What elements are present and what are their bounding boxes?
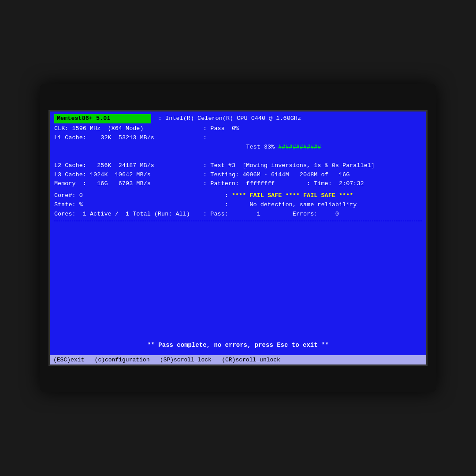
clk-left: CLK: 1596 MHz (X64 Mode) [54, 124, 200, 134]
clk-right: Pass 0% [210, 124, 239, 134]
bottom-bar: (ESC)exit (c)configuration (SP)scroll_lo… [50, 355, 426, 364]
state-row: State: % : No detection, same reliabilit… [54, 201, 422, 210]
fail-safe-text: **** FAIL SAFE **** FAIL SAFE **** [232, 191, 353, 201]
cores-right: Pass: 1 Errors: 0 [210, 210, 339, 219]
l3-left: L3 Cache: 1024K 10642 MB/s [54, 171, 200, 180]
l3-row: L3 Cache: 1024K 10642 MB/s : Testing: 40… [54, 171, 422, 180]
l1-row: L1 Cache: 32K 53213 MB/s : Test 33% ####… [54, 134, 422, 161]
terminal: Memtest86+ 5.01 : Intel(R) Celeron(R) CP… [50, 112, 426, 364]
clk-row: CLK: 1596 MHz (X64 Mode) : Pass 0% [54, 124, 422, 134]
memory-row: Memory : 16G 6793 MB/s : Pattern: ffffff… [54, 179, 422, 189]
core-left: Core#: 0 [54, 191, 200, 201]
state-right: No detection, same reliability [232, 201, 357, 210]
core-row: Core#: 0 : **** FAIL SAFE **** FAIL SAFE… [54, 191, 422, 201]
progress-bar: ############ [278, 144, 321, 150]
screen: Memtest86+ 5.01 : Intel(R) Celeron(R) CP… [48, 110, 428, 366]
app-title: Memtest86+ 5.01 [54, 114, 151, 123]
l2-row: L2 Cache: 256K 24187 MB/s : Test #3 [Mov… [54, 161, 422, 171]
cores-row: Cores: 1 Active / 1 Total (Run: All) : P… [54, 210, 422, 219]
divider-line [54, 221, 422, 221]
l2-right: Test #3 [Moving inversions, 1s & 0s Para… [210, 161, 375, 171]
title-sep: : [158, 115, 165, 122]
monitor: Memtest86+ 5.01 : Intel(R) Celeron(R) CP… [40, 84, 436, 392]
l2-left: L2 Cache: 256K 24187 MB/s [54, 161, 200, 171]
title-row: Memtest86+ 5.01 : Intel(R) Celeron(R) CP… [54, 114, 422, 123]
l3-right: Testing: 4096M - 6144M 2048M of 16G [210, 171, 350, 180]
mem-left: Memory : 16G 6793 MB/s [54, 179, 200, 189]
pass-message: ** Pass complete, no errors, press Esc t… [50, 342, 426, 349]
cpu-info: : Intel(R) Celeron(R) CPU G440 @ 1.60GHz [151, 114, 301, 123]
state-left: State: % [54, 201, 200, 210]
l1-left: L1 Cache: 32K 53213 MB/s [54, 134, 200, 161]
mem-right: Pattern: ffffffff : Time: 2:07:32 [210, 179, 364, 189]
l1-right: Test 33% ############ [210, 134, 321, 161]
cores-left: Cores: 1 Active / 1 Total (Run: All) [54, 210, 200, 219]
